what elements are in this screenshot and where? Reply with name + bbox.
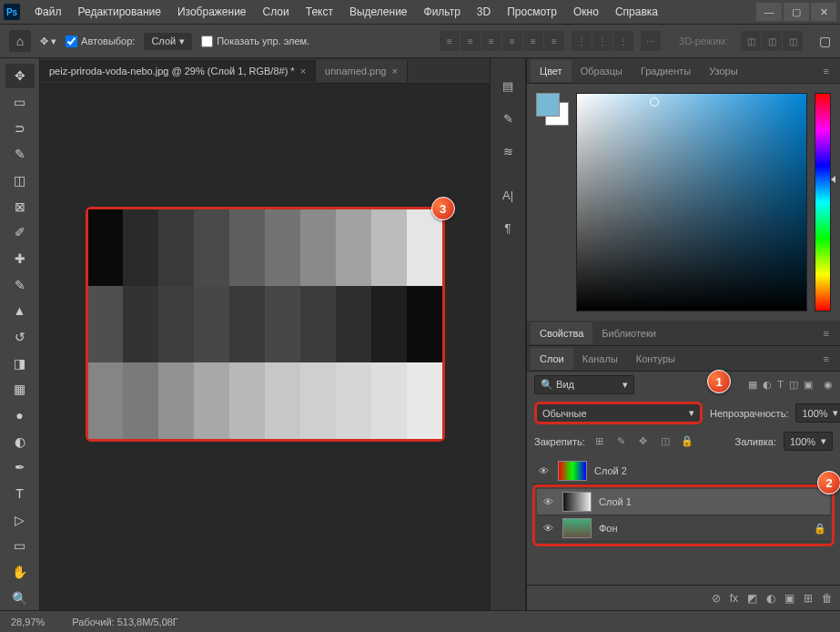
tab-properties[interactable]: Свойства [531,322,592,344]
new-layer-icon[interactable]: ⊞ [804,592,813,605]
3d-icon-3[interactable]: ◫ [783,31,803,51]
path-select-tool[interactable]: ▷ [5,507,35,532]
frame-tool[interactable]: ⊠ [5,194,35,219]
lock-pixels-icon[interactable]: ⊞ [592,435,607,447]
marquee-tool[interactable]: ▭ [5,90,35,115]
fill-input[interactable]: 100%▾ [784,432,833,451]
lock-artboard-icon[interactable]: ◫ [658,435,673,447]
type-tool[interactable]: T [5,482,35,506]
show-controls-checkbox[interactable]: Показать упр. элем. [201,36,309,47]
delete-layer-icon[interactable]: 🗑 [822,592,833,605]
lasso-tool[interactable]: ⊃ [5,116,35,140]
brush-tool[interactable]: ✎ [5,272,35,297]
pen-tool[interactable]: ✒ [5,455,35,480]
align-top-icon[interactable]: ≡ [502,31,522,51]
lock-all-icon[interactable]: 🔒 [680,435,694,447]
menu-3d[interactable]: 3D [470,2,498,22]
layer-thumb[interactable] [558,461,587,481]
adjustment-layer-icon[interactable]: ◐ [766,592,775,605]
align-bottom-icon[interactable]: ≡ [544,31,564,51]
window-maximize[interactable]: ▢ [784,3,809,21]
dock-brushes-icon[interactable]: ✎ [497,109,519,127]
opacity-input[interactable]: 100%▾ [795,403,840,423]
filter-smart-icon[interactable]: ▣ [804,379,813,391]
menu-select[interactable]: Выделение [342,2,415,22]
align-left-icon[interactable]: ≡ [440,31,460,51]
color-field[interactable] [576,93,807,311]
tab-swatches[interactable]: Образцы [572,60,632,82]
tab-gradients[interactable]: Градиенты [632,60,700,82]
window-close[interactable]: ✕ [811,3,836,21]
menu-help[interactable]: Справка [608,2,665,22]
more-align-icon[interactable]: ⋯ [641,31,661,51]
tab-paths[interactable]: Контуры [627,348,684,370]
document-tab-1[interactable]: peiz-priroda-voda-nebo.jpg @ 29% (Слой 1… [40,60,316,82]
group-icon[interactable]: ▣ [784,592,794,605]
lock-brush-icon[interactable]: ✎ [614,435,629,447]
gradient-tool[interactable]: ▦ [5,377,35,402]
distribute-icon[interactable]: ⋮ [613,31,633,51]
layer-thumb[interactable] [562,518,592,538]
align-right-icon[interactable]: ≡ [481,31,501,51]
dock-adjust-icon[interactable]: ≋ [497,142,519,160]
visibility-icon[interactable]: 👁 [541,496,555,507]
layer-kind-dropdown[interactable]: 🔍 Вид▾ [534,375,634,394]
canvas[interactable]: 3 [86,207,445,442]
distribute-v-icon[interactable]: ⋮ [592,31,612,51]
home-icon[interactable]: ⌂ [9,30,31,52]
align-middle-icon[interactable]: ≡ [523,31,543,51]
foreground-swatch[interactable] [536,93,560,117]
tab-channels[interactable]: Каналы [573,348,627,370]
filter-shape-icon[interactable]: ◫ [789,379,798,391]
link-layers-icon[interactable]: ⊘ [712,592,721,605]
tab-patterns[interactable]: Узоры [700,60,746,82]
filter-toggle-icon[interactable]: ◉ [824,379,833,391]
status-zoom[interactable]: 28,97% [11,617,45,627]
layer-thumb[interactable] [562,492,592,512]
window-minimize[interactable]: — [756,3,782,21]
align-center-icon[interactable]: ≡ [460,31,481,51]
zoom-tool[interactable]: 🔍 [5,586,35,610]
menu-view[interactable]: Просмотр [500,2,564,22]
tab-layers[interactable]: Слои [531,348,573,370]
panel-menu-icon[interactable]: ≡ [816,62,836,80]
menu-window[interactable]: Окно [566,2,606,22]
layer-row[interactable]: 👁 Слой 2 [532,458,835,484]
healing-tool[interactable]: ✚ [5,247,35,271]
status-docsize[interactable]: Рабочий: 513,8M/5,08Г [72,617,178,627]
menu-layer[interactable]: Слои [256,2,297,22]
eyedropper-tool[interactable]: ✐ [5,220,35,245]
blend-mode-dropdown[interactable]: Обычные▾ [534,402,703,424]
menu-file[interactable]: Файл [27,2,69,22]
quick-select-tool[interactable]: ✎ [5,142,35,167]
document-tab-2[interactable]: unnamed.png× [316,60,408,82]
close-tab-icon[interactable]: × [391,66,397,76]
layer-mask-icon[interactable]: ◩ [747,592,757,605]
shape-tool[interactable]: ▭ [5,534,35,558]
dock-paragraph-icon[interactable]: ¶ [497,219,519,237]
menu-text[interactable]: Текст [299,2,340,22]
layer-fx-icon[interactable]: fx [730,592,738,605]
eraser-tool[interactable]: ◨ [5,351,35,375]
autoselect-target-dropdown[interactable]: Слой▾ [144,33,192,50]
menu-edit[interactable]: Редактирование [71,2,168,22]
panel-menu-icon[interactable]: ≡ [816,324,836,342]
filter-adjust-icon[interactable]: ◐ [763,379,772,391]
menu-filter[interactable]: Фильтр [417,2,468,22]
layer-name[interactable]: Слой 1 [599,496,632,507]
filter-type-icon[interactable]: T [777,379,784,391]
layer-row[interactable]: 👁 Фон 🔒 [537,515,830,542]
stamp-tool[interactable]: ▲ [5,299,35,323]
dodge-tool[interactable]: ◐ [5,429,35,454]
hue-slider[interactable] [815,93,831,311]
autoselect-checkbox[interactable]: Автовыбор: [66,36,135,47]
layer-name[interactable]: Слой 2 [594,465,627,476]
crop-tool[interactable]: ◫ [5,168,35,193]
history-brush-tool[interactable]: ↺ [5,325,35,350]
layer-name[interactable]: Фон [599,523,618,534]
panel-menu-icon[interactable]: ≡ [816,350,836,368]
tab-libraries[interactable]: Библиотеки [592,322,665,344]
3d-icon-1[interactable]: ◫ [741,31,761,51]
menu-image[interactable]: Изображение [170,2,254,22]
dock-histogram-icon[interactable]: ▤ [497,76,519,95]
